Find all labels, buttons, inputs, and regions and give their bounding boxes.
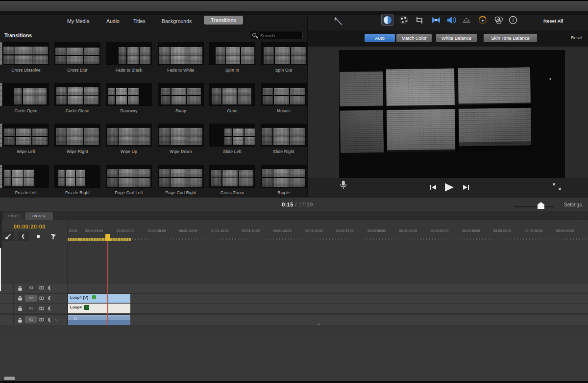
svg-text:i: i (513, 18, 514, 23)
